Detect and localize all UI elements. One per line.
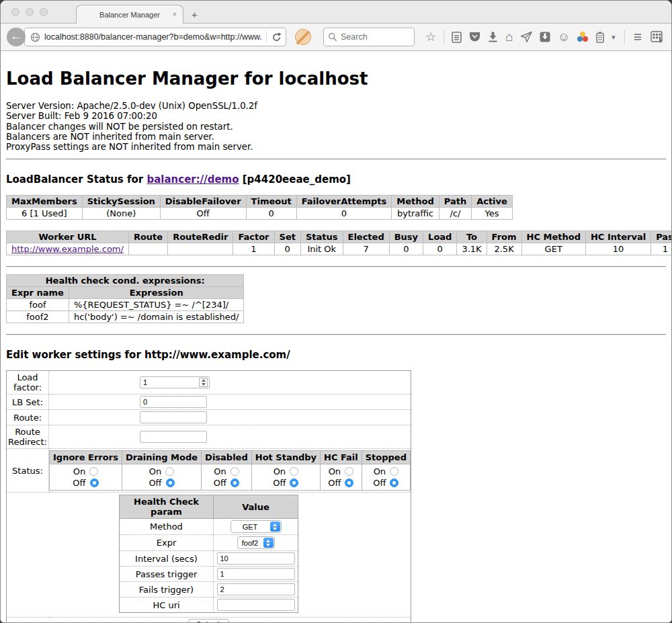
passes-trigger-input[interactable]	[217, 568, 295, 580]
reading-list-icon[interactable]	[452, 32, 462, 43]
navigation-toolbar: ← localhost:8880/balancer-manager?b=demo…	[1, 24, 671, 51]
search-input[interactable]	[341, 32, 408, 42]
col-active: Active	[472, 196, 513, 208]
close-window-button[interactable]	[11, 8, 19, 16]
url-text[interactable]: localhost:8880/balancer-manager?b=demo&w…	[44, 32, 261, 42]
status-heading-prefix: LoadBalancer Status for	[6, 173, 146, 185]
send-icon[interactable]	[521, 32, 532, 42]
stopped-on-radio[interactable]	[390, 467, 398, 476]
passes-trigger-label: Passes trigger	[120, 567, 214, 582]
cell-load: 0	[423, 243, 457, 255]
edit-worker-heading: Edit worker settings for http://www.exam…	[6, 349, 666, 361]
cell-busy: 0	[389, 243, 423, 255]
disabled-off-radio[interactable]	[230, 479, 239, 487]
url-bar[interactable]: localhost:8880/balancer-manager?b=demo&w…	[24, 28, 286, 46]
cell-expr-name: foof2	[7, 311, 69, 323]
expr-select[interactable]: foof2	[237, 536, 275, 549]
on-label: On	[374, 466, 386, 476]
tab-title: Balancer Manager	[99, 11, 160, 19]
status-radio-table: Ignore Errors Draining Mode Disabled Hot…	[49, 450, 411, 491]
loadbalancer-status-heading: LoadBalancer Status for balancer://demo …	[6, 173, 666, 185]
balancer-status-table: MaxMembers StickySession DisableFailover…	[6, 195, 513, 220]
back-button[interactable]: ←	[7, 28, 26, 46]
col-method: Method	[392, 196, 439, 208]
method-select[interactable]: GET	[230, 520, 282, 533]
site-identity-globe-icon	[30, 32, 40, 42]
col-disabled: Disabled	[202, 451, 252, 464]
worker-url-link[interactable]: http://www.example.com/	[11, 244, 124, 254]
overflow-caret-icon[interactable]: ▾	[612, 32, 616, 42]
balancer-demo-link[interactable]: balancer://demo	[146, 173, 239, 185]
minimize-window-button[interactable]	[26, 8, 34, 16]
hc-fail-off-radio[interactable]	[345, 479, 353, 487]
on-label: On	[149, 466, 161, 476]
col-from: From	[487, 231, 521, 243]
server-built-line: Server Built: Feb 9 2016 07:00:20	[6, 111, 666, 121]
route-input[interactable]	[140, 411, 207, 423]
hamburger-menu-icon[interactable]: ≡	[634, 29, 642, 45]
cell-path: /c/	[439, 208, 471, 220]
content-blocker-icon[interactable]	[295, 29, 311, 45]
new-tab-button[interactable]: +	[192, 9, 198, 20]
cell-passes: 1 (0)	[651, 243, 671, 255]
toolbar-action-icons: ☆ ⌂ ☺ ▾	[425, 30, 616, 44]
lb-set-input[interactable]	[140, 396, 207, 408]
reload-icon[interactable]	[271, 32, 282, 42]
fails-trigger-input[interactable]	[217, 583, 295, 595]
ignore-errors-on-radio[interactable]	[89, 467, 98, 476]
edit-worker-form: Load factor: LB Set: Route: Route Redire…	[6, 370, 411, 623]
battery-extension-icon[interactable]	[596, 32, 604, 43]
col-busy: Busy	[389, 231, 423, 243]
route-redirect-input[interactable]	[140, 431, 207, 443]
number-stepper-icon[interactable]	[199, 378, 208, 387]
server-version-line: Server Version: Apache/2.5.0-dev (Unix) …	[6, 101, 666, 111]
ignore-errors-off-radio[interactable]	[90, 479, 99, 487]
pocket-icon[interactable]	[469, 32, 480, 42]
off-label: Off	[273, 478, 286, 488]
hot-standby-off-radio[interactable]	[290, 479, 298, 487]
persist-note-line: Balancer changes will NOT be persisted o…	[6, 122, 666, 132]
hot-standby-on-radio[interactable]	[290, 467, 298, 476]
draining-mode-off-radio[interactable]	[166, 479, 175, 487]
col-stickysession: StickySession	[82, 196, 160, 208]
col-route: Route	[128, 231, 167, 243]
video-download-helper-icon[interactable]	[577, 32, 589, 42]
interval-input[interactable]	[217, 552, 295, 565]
toolbar-divider	[444, 30, 444, 44]
health-check-expressions-table: Health check cond. expressions: Expr nam…	[6, 274, 244, 323]
off-label: Off	[373, 478, 386, 488]
download-icon[interactable]	[488, 32, 498, 42]
extension-download-icon[interactable]	[540, 32, 550, 42]
col-health-check-param: Health Check param	[120, 495, 214, 519]
col-stopped: Stopped	[362, 451, 410, 464]
col-routeredir: RouteRedir	[168, 231, 233, 243]
hc-fail-on-radio[interactable]	[345, 467, 353, 476]
search-bar[interactable]	[323, 28, 415, 46]
draining-mode-on-radio[interactable]	[165, 467, 174, 476]
submit-button[interactable]: Submit	[188, 619, 229, 623]
col-disablefailover: DisableFailover	[160, 196, 246, 208]
tab-close-icon[interactable]: ×	[173, 10, 177, 19]
zoom-window-button[interactable]	[40, 8, 48, 16]
col-hc-fail: HC Fail	[321, 451, 362, 464]
cell-to: 3.1K	[457, 243, 487, 255]
col-draining-mode: Draining Mode	[122, 451, 201, 464]
hc-uri-input[interactable]	[217, 599, 295, 611]
window-controls	[11, 8, 48, 16]
grid-apps-icon[interactable]	[650, 31, 663, 43]
fails-trigger-label: Fails trigger)	[120, 582, 214, 597]
cell-active: Yes	[472, 208, 513, 220]
stopped-off-radio[interactable]	[390, 479, 398, 487]
expr-table-title: Health check cond. expressions:	[7, 275, 244, 287]
tab-balancer-manager[interactable]: Balancer Manager ×	[76, 5, 183, 24]
disabled-on-radio[interactable]	[230, 467, 239, 476]
home-icon[interactable]: ⌂	[505, 32, 513, 42]
bookmark-star-icon[interactable]: ☆	[425, 32, 436, 42]
chat-smiley-icon[interactable]: ☺	[558, 32, 570, 42]
off-label: Off	[328, 478, 341, 488]
col-timeout: Timeout	[246, 196, 296, 208]
method-select-value: GET	[231, 523, 269, 531]
on-label: On	[214, 466, 226, 476]
select-stepper-icon	[263, 538, 274, 548]
toolbar-divider-2	[624, 30, 625, 44]
